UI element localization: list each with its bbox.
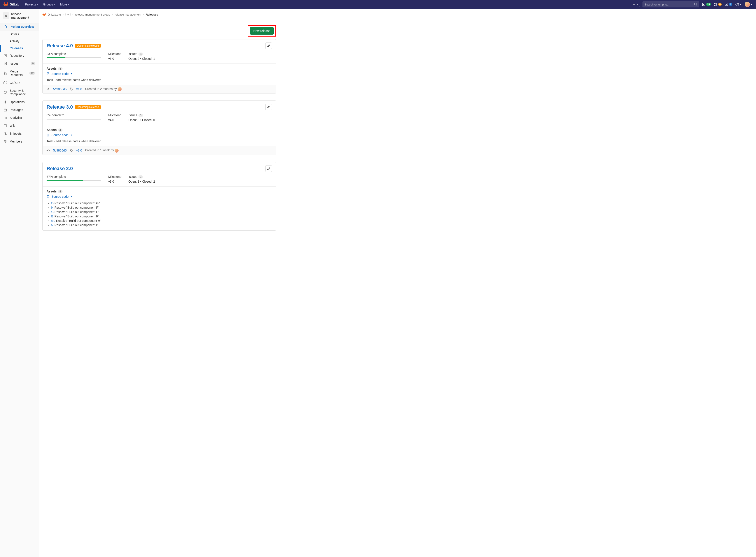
user-menu[interactable]: ▼	[745, 2, 753, 7]
search-box[interactable]	[642, 1, 699, 7]
milestone-column: Milestonev5.0	[108, 52, 121, 60]
breadcrumb-more[interactable]: •••	[65, 13, 71, 16]
source-code-dropdown[interactable]: Source code▼	[46, 72, 272, 76]
sidebar-item[interactable]: Members	[0, 138, 39, 145]
sidebar-item[interactable]: Packages	[0, 106, 39, 114]
sidebar-item[interactable]: Wiki	[0, 122, 39, 129]
issues-shortcut[interactable]: 25	[702, 3, 711, 6]
sidebar-item[interactable]: Merge Requests12	[0, 67, 39, 79]
sidebar-sub-details[interactable]: Details	[10, 31, 39, 38]
svg-point-13	[5, 63, 6, 64]
sidebar-sub-releases[interactable]: Releases	[10, 45, 39, 52]
chevron-down-icon: ▼	[751, 3, 753, 5]
home-icon	[3, 25, 7, 28]
nav-items: Projects▼ Groups▼ More▼	[23, 3, 71, 6]
sidebar-icon	[3, 91, 7, 94]
release-footer: 5c9865d5v3.0Created in 1 week by	[43, 146, 276, 154]
milestone-heading: Milestone	[108, 113, 121, 117]
sidebar-item-label: Wiki	[10, 124, 15, 127]
source-code-dropdown[interactable]: Source code▼	[46, 133, 272, 137]
sidebar-icon	[3, 81, 7, 85]
merge-requests-shortcut[interactable]: 5	[714, 3, 722, 6]
sidebar-item-overview[interactable]: Project overview	[0, 23, 39, 31]
sidebar-item[interactable]: Analytics	[0, 114, 39, 122]
user-avatar	[745, 2, 750, 7]
release-header: Release 4.0Upcoming Release	[43, 39, 276, 51]
source-code-dropdown[interactable]: Source code▼	[46, 195, 272, 198]
tag-icon	[70, 87, 73, 91]
breadcrumb-root[interactable]: GitLab.org	[48, 13, 61, 16]
gitlab-logo[interactable]: GitLab	[3, 2, 19, 7]
new-menu[interactable]: ＋ ▼	[631, 2, 640, 7]
breadcrumb-group[interactable]: release-management-group	[75, 13, 110, 16]
release-badge: Upcoming Release	[75, 44, 101, 48]
issues-detail: Open: 3 • Closed: 0	[128, 118, 155, 122]
release-created: Created in 2 months by	[85, 87, 122, 91]
milestone-link[interactable]: v5.0	[108, 57, 121, 60]
merge-request-link[interactable]: !4	[51, 206, 54, 209]
todos-shortcut[interactable]: 1	[725, 3, 732, 6]
svg-point-4	[715, 3, 715, 4]
chevron-right-icon: ›	[143, 13, 144, 16]
sidebar-item[interactable]: Operations	[0, 98, 39, 106]
merge-request-link[interactable]: !10	[51, 219, 55, 223]
document-icon	[46, 195, 50, 198]
help-menu[interactable]: ▼	[735, 3, 742, 6]
issues-heading: Issues 3	[128, 113, 155, 117]
edit-release-button[interactable]	[265, 104, 272, 110]
sidebar-item[interactable]: CI / CD	[0, 79, 39, 87]
milestone-column: Milestonev3.0	[108, 175, 121, 183]
chevron-down-icon: ▼	[739, 3, 742, 5]
sidebar-item[interactable]: Issues9	[0, 60, 39, 67]
merge-request-link[interactable]: !5	[51, 201, 54, 205]
merge-request-item: !4Resolve "Build out component F"	[51, 205, 272, 210]
release-title[interactable]: Release 2.0	[46, 166, 73, 171]
merge-request-link[interactable]: !2	[51, 214, 54, 218]
edit-release-button[interactable]	[265, 42, 272, 49]
release-tag[interactable]: v4.0	[76, 87, 82, 91]
svg-point-25	[4, 140, 5, 141]
document-icon	[46, 72, 50, 75]
nav-groups[interactable]: Groups▼	[41, 3, 58, 6]
merge-request-title: Resolve "Build out component F"	[55, 210, 99, 214]
nav-more[interactable]: More▼	[58, 3, 71, 6]
commit-sha[interactable]: 5c9865d5	[53, 149, 67, 152]
chevron-down-icon: ▼	[70, 73, 72, 75]
release-title[interactable]: Release 4.0	[46, 43, 73, 49]
issues-icon	[702, 3, 705, 6]
sidebar-item[interactable]: Repository	[0, 52, 39, 60]
source-code-label: Source code	[52, 195, 69, 198]
release-connector	[49, 97, 52, 100]
sidebar-item-label: Packages	[10, 108, 23, 112]
milestone-link[interactable]: v3.0	[108, 180, 121, 183]
edit-release-button[interactable]	[265, 165, 272, 172]
search-input[interactable]	[645, 3, 694, 6]
release-footer: 5c9865d5v4.0Created in 2 months by	[43, 85, 276, 93]
chevron-down-icon: ▼	[68, 3, 70, 5]
release-header: Release 2.0	[43, 162, 276, 174]
merge-request-title: Resolve "Build out component H"	[56, 219, 101, 223]
sidebar-item-label: Members	[10, 140, 22, 143]
merge-request-link[interactable]: !7	[51, 223, 54, 227]
release-tag[interactable]: v3.0	[76, 149, 82, 152]
sidebar-item-label: Security & Compliance	[10, 89, 35, 96]
chevron-down-icon: ▼	[70, 196, 72, 198]
breadcrumb-project[interactable]: release management	[115, 13, 141, 16]
milestone-link[interactable]: v4.0	[108, 118, 121, 122]
action-bar: New release	[42, 20, 276, 39]
svg-point-26	[5, 141, 6, 141]
merge-request-link[interactable]: !3	[51, 210, 54, 214]
sidebar-project-header[interactable]: R release management	[0, 10, 39, 22]
svg-point-33	[71, 88, 71, 89]
release-card: Release 2.067% completeMilestonev3.0Issu…	[42, 162, 276, 231]
commit-sha[interactable]: 5c9865d5	[53, 87, 67, 91]
release-title[interactable]: Release 3.0	[46, 104, 73, 110]
sidebar-sub-activity[interactable]: Activity	[10, 38, 39, 45]
svg-point-15	[4, 74, 5, 75]
release-body: Assets 4Source code▼Task - add release n…	[43, 64, 276, 85]
sidebar-item[interactable]: Snippets	[0, 129, 39, 138]
nav-projects[interactable]: Projects▼	[23, 3, 40, 6]
new-release-button[interactable]: New release	[250, 27, 274, 35]
merge-request-item: !7Resolve "Build out component I"	[51, 223, 272, 227]
sidebar-item[interactable]: Security & Compliance	[0, 87, 39, 98]
